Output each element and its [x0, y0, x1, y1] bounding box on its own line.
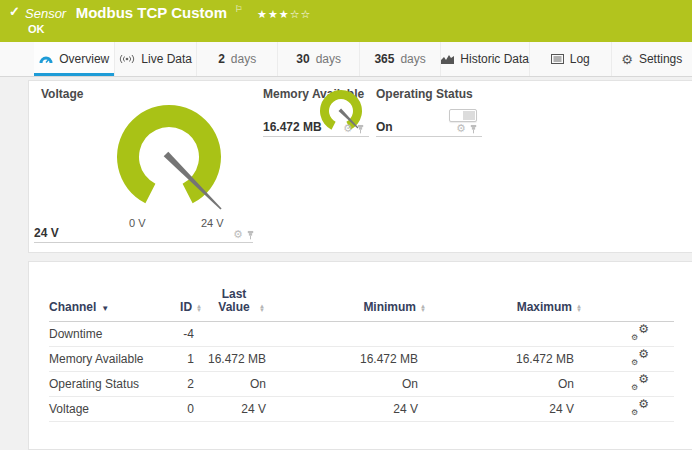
column-header-last-value[interactable]: Last Value▲▼ — [204, 288, 274, 322]
tab-number: 30 — [296, 52, 309, 66]
sort-icon: ▲▼ — [420, 304, 426, 312]
sort-desc-icon: ▼ — [101, 304, 109, 313]
pin-icon[interactable] — [356, 124, 365, 134]
operating-actions: ⚙ — [456, 123, 478, 134]
operating-divider — [376, 136, 482, 137]
stars-filled[interactable]: ★★★ — [257, 8, 290, 20]
object-kind-label: Sensor — [25, 6, 66, 21]
tab-label: Log — [570, 52, 590, 66]
memory-divider — [263, 136, 369, 137]
sensor-title: Modbus TCP Custom — [76, 4, 227, 21]
operating-status-title: Operating Status — [376, 87, 473, 101]
status-check-icon: ✓ — [9, 4, 20, 19]
pin-icon[interactable] — [246, 230, 255, 240]
channel-minimum: 24 V — [274, 397, 434, 422]
channel-minimum: On — [274, 372, 434, 397]
broadcast-icon — [119, 54, 135, 64]
tab-365-days[interactable]: 365 days — [360, 42, 441, 76]
column-header-id[interactable]: ID▲▼ — [164, 288, 204, 322]
channel-maximum — [434, 322, 584, 347]
channel-name: Memory Available — [49, 347, 164, 372]
sort-icon: ▲▼ — [576, 304, 582, 312]
tab-label: Overview — [59, 52, 109, 66]
tab-unit: days — [231, 52, 256, 66]
channel-id: 0 — [164, 397, 204, 422]
operating-status-value: On — [376, 120, 393, 134]
channel-id: 1 — [164, 347, 204, 372]
channel-last-value — [204, 322, 274, 347]
voltage-scale-max: 24 V — [201, 217, 224, 229]
sort-icon: ▲▼ — [196, 304, 202, 312]
sensor-header: ✓ Sensor Modbus TCP Custom ⚐ ★★★☆☆ OK — [0, 0, 692, 42]
channel-last-value: 16.472 MB — [204, 347, 274, 372]
toggle-switch-icon — [449, 109, 477, 122]
column-header-channel[interactable]: Channel▼ — [49, 288, 164, 322]
channel-table: Channel▼ ID▲▼ Last Value▲▼ Minimum▲▼ Max… — [49, 288, 674, 422]
gear-icon[interactable]: ⚙ — [456, 123, 466, 134]
channel-id: -4 — [164, 322, 204, 347]
tab-log[interactable]: Log — [530, 42, 611, 76]
gauges-panel: Voltage 0 V 24 V 24 V ⚙ Memory Available… — [28, 80, 692, 253]
channel-settings-icon[interactable]: ⚙⚙ — [631, 325, 649, 341]
table-row: Operating Status 2 On On On ⚙⚙ — [49, 372, 674, 397]
tab-2-days[interactable]: 2 days — [197, 42, 278, 76]
stars-empty[interactable]: ☆☆ — [290, 8, 312, 20]
voltage-value: 24 V — [34, 226, 59, 240]
table-row: Downtime -4 ⚙⚙ — [49, 322, 674, 347]
voltage-actions: ⚙ — [233, 229, 255, 240]
channel-settings-icon[interactable]: ⚙⚙ — [631, 400, 649, 416]
tab-settings[interactable]: ⚙ Settings — [612, 42, 692, 76]
tab-number: 2 — [218, 52, 225, 66]
gear-icon: ⚙ — [621, 53, 633, 66]
log-list-icon — [551, 54, 564, 64]
channel-last-value: 24 V — [204, 397, 274, 422]
channel-id: 2 — [164, 372, 204, 397]
channel-settings-icon[interactable]: ⚙⚙ — [631, 375, 649, 391]
table-row: Memory Available 1 16.472 MB 16.472 MB 1… — [49, 347, 674, 372]
channel-minimum — [274, 322, 434, 347]
channel-name: Operating Status — [49, 372, 164, 397]
channel-settings-icon[interactable]: ⚙⚙ — [631, 350, 649, 366]
channel-table-header: Channel▼ ID▲▼ Last Value▲▼ Minimum▲▼ Max… — [49, 288, 674, 322]
favorite-stars[interactable]: ★★★☆☆ — [257, 8, 311, 20]
column-header-settings — [584, 288, 674, 322]
channel-last-value: On — [204, 372, 274, 397]
voltage-scale-min: 0 V — [129, 217, 146, 229]
voltage-gauge — [69, 95, 269, 235]
gauge-icon — [39, 54, 53, 64]
sort-icon: ▲▼ — [259, 304, 265, 312]
channel-name: Voltage — [49, 397, 164, 422]
table-row: Voltage 0 24 V 24 V 24 V ⚙⚙ — [49, 397, 674, 422]
channel-maximum: 16.472 MB — [434, 347, 584, 372]
gear-icon[interactable]: ⚙ — [343, 123, 353, 134]
tab-unit: days — [316, 52, 341, 66]
channel-name: Downtime — [49, 322, 164, 347]
channels-panel: Channel▼ ID▲▼ Last Value▲▼ Minimum▲▼ Max… — [28, 261, 692, 450]
memory-value: 16.472 MB — [263, 120, 322, 134]
memory-actions: ⚙ — [343, 123, 365, 134]
tab-bar: Overview Live Data 2 days 30 days 365 da… — [0, 42, 692, 77]
tab-unit: days — [400, 52, 425, 66]
tab-30-days[interactable]: 30 days — [278, 42, 359, 76]
gear-icon[interactable]: ⚙ — [233, 229, 243, 240]
column-header-maximum[interactable]: Maximum▲▼ — [434, 288, 584, 322]
priority-flag-icon[interactable]: ⚐ — [235, 4, 243, 14]
area-chart-icon — [441, 54, 454, 64]
tab-label: Live Data — [141, 52, 192, 66]
pin-icon[interactable] — [469, 124, 478, 134]
tab-live-data[interactable]: Live Data — [115, 42, 196, 76]
channel-maximum: 24 V — [434, 397, 584, 422]
tab-label: Historic Data — [460, 52, 529, 66]
sensor-status-text: OK — [28, 23, 45, 35]
tab-historic-data[interactable]: Historic Data — [441, 42, 530, 76]
tab-label: Settings — [639, 52, 682, 66]
channel-minimum: 16.472 MB — [274, 347, 434, 372]
toggle-knob — [463, 111, 475, 120]
tab-number: 365 — [374, 52, 394, 66]
tab-overview[interactable]: Overview — [34, 42, 115, 76]
voltage-divider — [34, 242, 253, 243]
channel-maximum: On — [434, 372, 584, 397]
column-header-minimum[interactable]: Minimum▲▼ — [274, 288, 434, 322]
